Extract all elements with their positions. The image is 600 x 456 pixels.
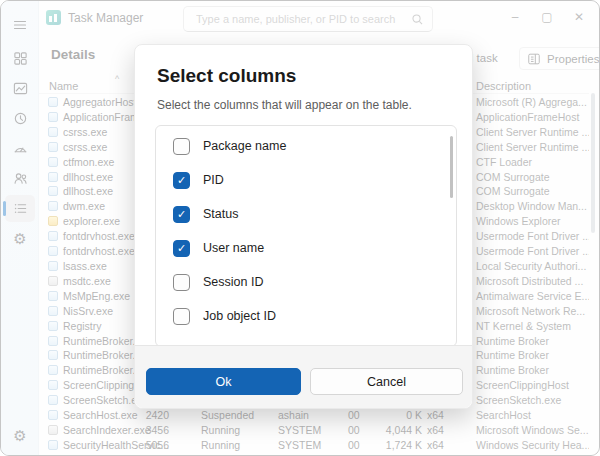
checkmark-icon: ✓: [177, 175, 186, 186]
ok-button[interactable]: Ok: [146, 368, 301, 395]
checkbox[interactable]: ✓: [173, 138, 190, 155]
dialog-footer: Ok Cancel: [135, 345, 472, 408]
column-option-label: PID: [203, 173, 224, 187]
column-option-row[interactable]: ✓ Status: [156, 197, 456, 231]
dialog-title: Select columns: [157, 65, 296, 87]
screenshot: Task Manager – ▢ ✕: [0, 0, 600, 456]
checkbox[interactable]: ✓: [173, 274, 190, 291]
checkbox[interactable]: ✓: [173, 240, 190, 257]
column-option-label: User name: [203, 241, 264, 255]
column-options-list: ✓ Package name ✓ PID ✓ Status ✓ User nam…: [155, 125, 457, 347]
select-columns-dialog: Select columns Select the columns that w…: [134, 44, 473, 409]
column-option-row[interactable]: ✓ User name: [156, 231, 456, 265]
task-manager-window: Task Manager – ▢ ✕: [0, 0, 600, 456]
checkbox[interactable]: ✓: [173, 172, 190, 189]
checkmark-icon: ✓: [177, 243, 186, 254]
column-option-label: Session ID: [203, 275, 263, 289]
column-option-label: Job object ID: [203, 309, 276, 323]
column-option-row[interactable]: ✓ PID: [156, 163, 456, 197]
column-option-row[interactable]: ✓ Job object ID: [156, 299, 456, 333]
dialog-subtitle: Select the columns that will appear on t…: [157, 98, 412, 112]
checkbox[interactable]: ✓: [173, 206, 190, 223]
cancel-button[interactable]: Cancel: [310, 368, 463, 395]
column-option-label: Package name: [203, 139, 286, 153]
checkbox[interactable]: ✓: [173, 308, 190, 325]
column-option-row[interactable]: ✓ Package name: [156, 129, 456, 163]
column-option-label: Status: [203, 207, 238, 221]
column-option-row[interactable]: ✓ Session ID: [156, 265, 456, 299]
checkmark-icon: ✓: [177, 209, 186, 220]
